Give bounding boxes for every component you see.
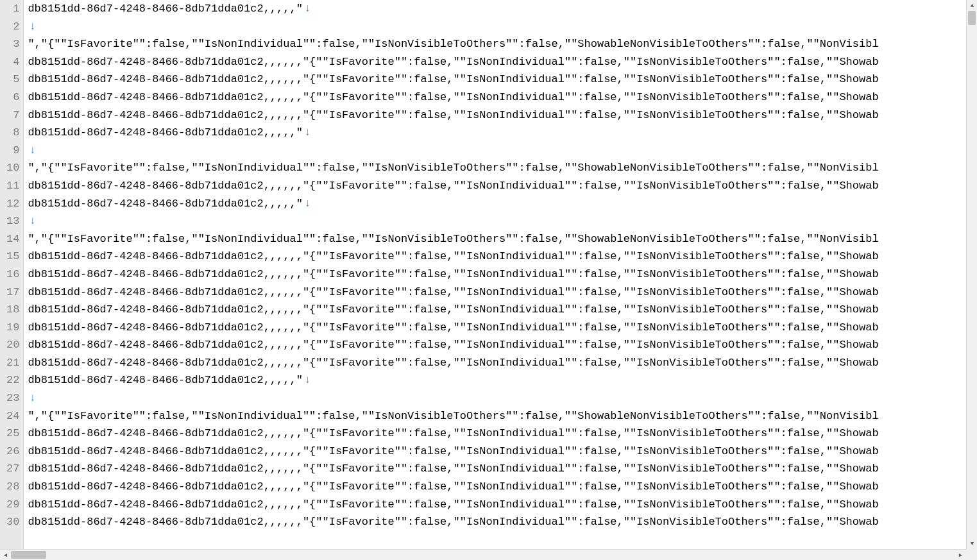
editor-line[interactable]: db8151dd-86d7-4248-8466-8db71dda01c2,,,,… (28, 124, 977, 142)
line-text: db8151dd-86d7-4248-8466-8db71dda01c2,,,,… (28, 286, 878, 298)
line-text: db8151dd-86d7-4248-8466-8db71dda01c2,,,,… (28, 268, 878, 280)
editor-line[interactable]: ","{""IsFavorite"":false,""IsNonIndividu… (28, 407, 977, 425)
line-number: 27 (6, 460, 19, 478)
line-text: db8151dd-86d7-4248-8466-8db71dda01c2,,,,… (28, 73, 878, 85)
eol-marker-icon: ↓ (303, 126, 310, 139)
line-number: 24 (6, 407, 19, 425)
line-text: db8151dd-86d7-4248-8466-8db71dda01c2,,,,… (28, 498, 878, 511)
horizontal-scrollbar-thumb[interactable] (11, 551, 46, 559)
line-number: 7 (6, 106, 19, 124)
line-number: 30 (6, 513, 19, 531)
line-number: 20 (6, 336, 19, 354)
editor-line[interactable]: db8151dd-86d7-4248-8466-8db71dda01c2,,,,… (28, 496, 977, 514)
line-number: 19 (6, 319, 19, 337)
editor-line[interactable]: ↓ (28, 212, 977, 230)
eol-marker-icon: ↓ (303, 3, 310, 15)
line-number: 15 (6, 248, 19, 266)
line-number: 22 (6, 371, 19, 389)
line-text: db8151dd-86d7-4248-8466-8db71dda01c2,,,,… (28, 357, 878, 369)
editor-line[interactable]: db8151dd-86d7-4248-8466-8db71dda01c2,,,,… (28, 0, 977, 18)
editor-content[interactable]: db8151dd-86d7-4248-8466-8db71dda01c2,,,,… (24, 0, 977, 560)
line-text: ","{""IsFavorite"":false,""IsNonIndividu… (28, 233, 878, 245)
line-text: db8151dd-86d7-4248-8466-8db71dda01c2,,,,… (28, 126, 302, 139)
line-number: 21 (6, 354, 19, 372)
scroll-up-arrow-icon[interactable]: ▲ (967, 0, 977, 11)
eol-marker-icon: ↓ (303, 198, 310, 210)
scroll-right-arrow-icon[interactable]: ▶ (955, 550, 966, 560)
editor-line[interactable]: db8151dd-86d7-4248-8466-8db71dda01c2,,,,… (28, 478, 977, 496)
editor-line[interactable]: ↓ (28, 389, 977, 407)
editor-line[interactable]: ","{""IsFavorite"":false,""IsNonIndividu… (28, 230, 977, 248)
editor-line[interactable]: db8151dd-86d7-4248-8466-8db71dda01c2,,,,… (28, 284, 977, 301)
line-number: 3 (6, 35, 19, 53)
editor-line[interactable]: db8151dd-86d7-4248-8466-8db71dda01c2,,,,… (28, 248, 977, 266)
line-text: ","{""IsFavorite"":false,""IsNonIndividu… (28, 410, 878, 422)
editor-line[interactable]: db8151dd-86d7-4248-8466-8db71dda01c2,,,,… (28, 301, 977, 319)
line-text: db8151dd-86d7-4248-8466-8db71dda01c2,,,,… (28, 445, 878, 457)
line-number: 29 (6, 496, 19, 514)
line-text: db8151dd-86d7-4248-8466-8db71dda01c2,,,,… (28, 374, 302, 386)
line-text: db8151dd-86d7-4248-8466-8db71dda01c2,,,,… (28, 91, 878, 103)
line-text: db8151dd-86d7-4248-8466-8db71dda01c2,,,,… (28, 3, 302, 15)
line-number: 28 (6, 478, 19, 496)
line-number: 25 (6, 425, 19, 443)
editor-line[interactable]: ↓ (28, 142, 977, 160)
editor-line[interactable]: db8151dd-86d7-4248-8466-8db71dda01c2,,,,… (28, 195, 977, 213)
eol-marker-icon: ↓ (303, 374, 310, 386)
line-number: 14 (6, 230, 19, 248)
eol-marker-icon: ↓ (28, 144, 35, 157)
editor-line[interactable]: db8151dd-86d7-4248-8466-8db71dda01c2,,,,… (28, 336, 977, 354)
line-number: 17 (6, 284, 19, 301)
line-text: ","{""IsFavorite"":false,""IsNonIndividu… (28, 38, 878, 50)
line-number: 11 (6, 177, 19, 195)
line-text: db8151dd-86d7-4248-8466-8db71dda01c2,,,,… (28, 516, 878, 528)
line-number: 4 (6, 53, 19, 71)
editor-line[interactable]: ","{""IsFavorite"":false,""IsNonIndividu… (28, 159, 977, 177)
line-text: db8151dd-86d7-4248-8466-8db71dda01c2,,,,… (28, 250, 878, 262)
line-number: 23 (6, 389, 19, 407)
scroll-down-arrow-icon[interactable]: ▼ (967, 538, 977, 549)
vertical-scrollbar[interactable]: ▲ ▼ (966, 0, 977, 560)
editor-line[interactable]: ↓ (28, 18, 977, 36)
line-number: 12 (6, 195, 19, 213)
line-text: db8151dd-86d7-4248-8466-8db71dda01c2,,,,… (28, 109, 878, 121)
editor-line[interactable]: db8151dd-86d7-4248-8466-8db71dda01c2,,,,… (28, 71, 977, 89)
scrollbar-corner (966, 549, 977, 560)
eol-marker-icon: ↓ (28, 392, 35, 404)
vertical-scrollbar-thumb[interactable] (968, 11, 976, 25)
line-text: db8151dd-86d7-4248-8466-8db71dda01c2,,,,… (28, 427, 878, 439)
horizontal-scrollbar-track[interactable] (11, 550, 955, 560)
line-text: db8151dd-86d7-4248-8466-8db71dda01c2,,,,… (28, 180, 878, 192)
eol-marker-icon: ↓ (28, 21, 35, 33)
line-number: 10 (6, 159, 19, 177)
editor-line[interactable]: db8151dd-86d7-4248-8466-8db71dda01c2,,,,… (28, 53, 977, 71)
editor-line[interactable]: db8151dd-86d7-4248-8466-8db71dda01c2,,,,… (28, 266, 977, 284)
eol-marker-icon: ↓ (28, 215, 35, 227)
editor-line[interactable]: db8151dd-86d7-4248-8466-8db71dda01c2,,,,… (28, 354, 977, 372)
editor-line[interactable]: db8151dd-86d7-4248-8466-8db71dda01c2,,,,… (28, 460, 977, 478)
editor-line[interactable]: db8151dd-86d7-4248-8466-8db71dda01c2,,,,… (28, 319, 977, 337)
text-editor[interactable]: 1234567891011121314151617181920212223242… (0, 0, 977, 560)
editor-line[interactable]: db8151dd-86d7-4248-8466-8db71dda01c2,,,,… (28, 371, 977, 389)
line-text: db8151dd-86d7-4248-8466-8db71dda01c2,,,,… (28, 321, 878, 334)
line-number-gutter: 1234567891011121314151617181920212223242… (0, 0, 24, 560)
editor-line[interactable]: db8151dd-86d7-4248-8466-8db71dda01c2,,,,… (28, 106, 977, 124)
editor-line[interactable]: db8151dd-86d7-4248-8466-8db71dda01c2,,,,… (28, 425, 977, 443)
horizontal-scrollbar[interactable]: ◀ ▶ (0, 549, 966, 560)
editor-line[interactable]: db8151dd-86d7-4248-8466-8db71dda01c2,,,,… (28, 443, 977, 461)
line-number: 8 (6, 124, 19, 142)
editor-line[interactable]: ","{""IsFavorite"":false,""IsNonIndividu… (28, 35, 977, 53)
line-number: 6 (6, 89, 19, 106)
line-number: 16 (6, 266, 19, 284)
vertical-scrollbar-track[interactable] (967, 11, 977, 538)
line-number: 2 (6, 18, 19, 36)
line-text: db8151dd-86d7-4248-8466-8db71dda01c2,,,,… (28, 303, 878, 316)
line-number: 18 (6, 301, 19, 319)
line-text: db8151dd-86d7-4248-8466-8db71dda01c2,,,,… (28, 339, 878, 351)
line-number: 9 (6, 142, 19, 160)
editor-line[interactable]: db8151dd-86d7-4248-8466-8db71dda01c2,,,,… (28, 89, 977, 106)
line-text: db8151dd-86d7-4248-8466-8db71dda01c2,,,,… (28, 198, 302, 210)
editor-line[interactable]: db8151dd-86d7-4248-8466-8db71dda01c2,,,,… (28, 513, 977, 531)
editor-line[interactable]: db8151dd-86d7-4248-8466-8db71dda01c2,,,,… (28, 177, 977, 195)
scroll-left-arrow-icon[interactable]: ◀ (0, 550, 11, 560)
